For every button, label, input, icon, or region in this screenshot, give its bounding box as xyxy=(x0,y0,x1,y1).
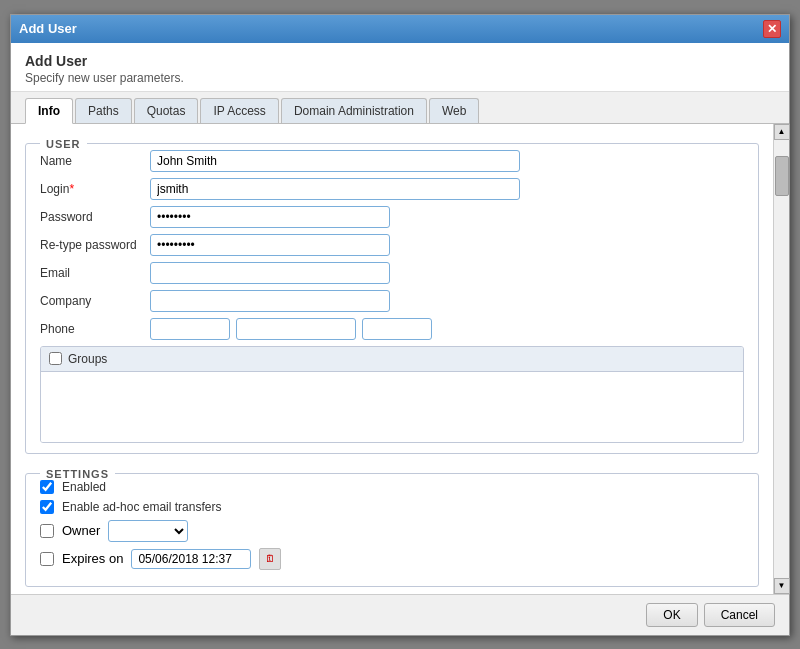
enabled-row: Enabled xyxy=(40,480,744,494)
password-input[interactable] xyxy=(150,206,390,228)
phone-label: Phone xyxy=(40,322,150,336)
login-input[interactable] xyxy=(150,178,520,200)
owner-select[interactable] xyxy=(108,520,188,542)
calendar-icon: 🗓 xyxy=(265,553,275,564)
company-input[interactable] xyxy=(150,290,390,312)
enabled-label: Enabled xyxy=(62,480,106,494)
email-input[interactable] xyxy=(150,262,390,284)
dialog-header-title: Add User xyxy=(25,53,775,69)
tab-domain-administration[interactable]: Domain Administration xyxy=(281,98,427,123)
name-label: Name xyxy=(40,154,150,168)
tab-web[interactable]: Web xyxy=(429,98,479,123)
email-row: Email xyxy=(40,262,744,284)
tab-ip-access[interactable]: IP Access xyxy=(200,98,278,123)
dialog-footer: OK Cancel xyxy=(11,594,789,635)
owner-row: Owner xyxy=(40,520,744,542)
cancel-button[interactable]: Cancel xyxy=(704,603,775,627)
owner-label: Owner xyxy=(62,523,100,538)
ok-button[interactable]: OK xyxy=(646,603,697,627)
owner-checkbox[interactable] xyxy=(40,524,54,538)
dialog-header: Add User Specify new user parameters. xyxy=(11,43,789,92)
phone-input-2[interactable] xyxy=(236,318,356,340)
groups-header: Groups xyxy=(41,347,743,372)
password-row: Password xyxy=(40,206,744,228)
calendar-button[interactable]: 🗓 xyxy=(259,548,281,570)
scrollbar-down-arrow[interactable]: ▼ xyxy=(774,578,790,594)
email-label: Email xyxy=(40,266,150,280)
retype-password-input[interactable] xyxy=(150,234,390,256)
password-label: Password xyxy=(40,210,150,224)
add-user-dialog: Add User ✕ Add User Specify new user par… xyxy=(10,14,790,636)
enabled-checkbox[interactable] xyxy=(40,480,54,494)
login-required-star: * xyxy=(69,182,74,196)
tabs-bar: Info Paths Quotas IP Access Domain Admin… xyxy=(11,92,789,124)
tab-paths[interactable]: Paths xyxy=(75,98,132,123)
name-input[interactable] xyxy=(150,150,520,172)
dialog-title: Add User xyxy=(19,21,77,36)
expires-label: Expires on xyxy=(62,551,123,566)
expires-input[interactable] xyxy=(131,549,251,569)
user-section: USER Name Login* Password Re-type pa xyxy=(25,138,759,454)
adhoc-label: Enable ad-hoc email transfers xyxy=(62,500,221,514)
groups-table: Groups xyxy=(40,346,744,443)
groups-header-label: Groups xyxy=(68,352,107,366)
expires-row: Expires on 🗓 xyxy=(40,548,744,570)
adhoc-row: Enable ad-hoc email transfers xyxy=(40,500,744,514)
close-button[interactable]: ✕ xyxy=(763,20,781,38)
name-row: Name xyxy=(40,150,744,172)
settings-section: SETTINGS Enabled Enable ad-hoc email tra… xyxy=(25,468,759,587)
settings-section-legend: SETTINGS xyxy=(40,468,115,480)
scrollbar-thumb[interactable] xyxy=(775,156,789,196)
adhoc-checkbox[interactable] xyxy=(40,500,54,514)
groups-body xyxy=(41,372,743,442)
retype-password-label: Re-type password xyxy=(40,238,150,252)
scrollbar-up-arrow[interactable]: ▲ xyxy=(774,124,790,140)
company-row: Company xyxy=(40,290,744,312)
phone-group xyxy=(150,318,432,340)
tab-quotas[interactable]: Quotas xyxy=(134,98,199,123)
phone-row: Phone xyxy=(40,318,744,340)
dialog-content: USER Name Login* Password Re-type pa xyxy=(11,124,773,594)
dialog-header-subtitle: Specify new user parameters. xyxy=(25,71,775,85)
retype-password-row: Re-type password xyxy=(40,234,744,256)
groups-checkbox[interactable] xyxy=(49,352,62,365)
dialog-scrollbar: ▲ ▼ xyxy=(773,124,789,594)
login-row: Login* xyxy=(40,178,744,200)
dialog-titlebar: Add User ✕ xyxy=(11,15,789,43)
dialog-body: USER Name Login* Password Re-type pa xyxy=(11,124,789,594)
phone-input-1[interactable] xyxy=(150,318,230,340)
login-label: Login* xyxy=(40,182,150,196)
company-label: Company xyxy=(40,294,150,308)
phone-input-3[interactable] xyxy=(362,318,432,340)
user-section-legend: USER xyxy=(40,138,87,150)
expires-checkbox[interactable] xyxy=(40,552,54,566)
tab-info[interactable]: Info xyxy=(25,98,73,124)
